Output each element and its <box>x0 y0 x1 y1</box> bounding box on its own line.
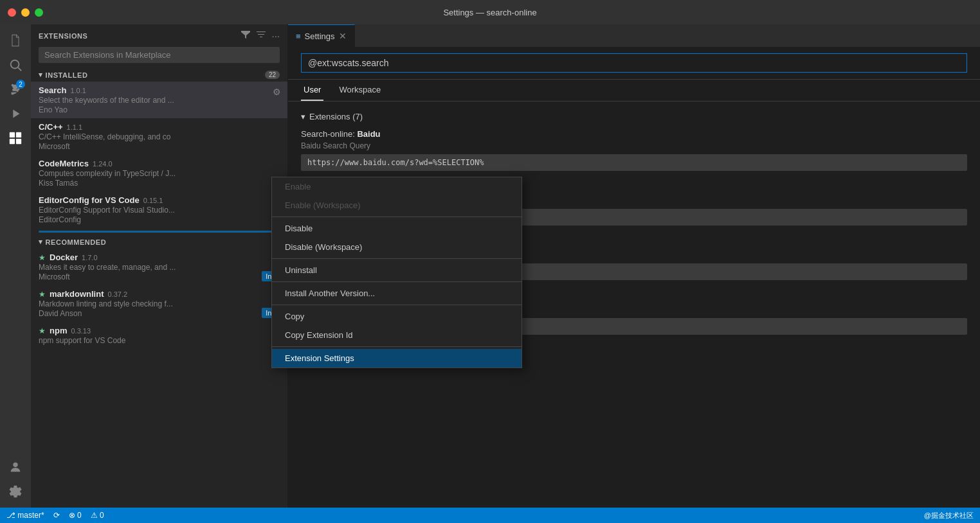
community-label: @掘金技术社区 <box>924 511 974 519</box>
menu-separator-2 <box>272 258 522 259</box>
context-menu: Enable Enable (Workspace) Disable Disabl… <box>271 177 522 368</box>
svg-rect-5 <box>10 139 15 144</box>
sidebar-item-source-control[interactable]: 2 <box>5 78 26 100</box>
sidebar-item-extensions[interactable] <box>5 127 26 149</box>
svg-point-7 <box>13 463 17 467</box>
extension-item-npm[interactable]: ★ npm 0.3.13 npm support for VS Code <box>31 322 287 349</box>
activity-bar: 2 <box>0 24 31 508</box>
star-icon: ★ <box>39 290 46 299</box>
settings-tabs: User Workspace <box>288 80 980 102</box>
recommended-section-header[interactable]: ▾ RECOMMENDED <box>31 235 287 249</box>
ext-name: ★ npm 0.3.13 <box>39 326 280 335</box>
svg-rect-4 <box>16 132 21 137</box>
extensions-search-box[interactable]: Search Extensions in Marketplace <box>39 47 280 63</box>
menu-item-disable-workspace[interactable]: Disable (Workspace) <box>272 238 522 256</box>
menu-item-copy-extension-id[interactable]: Copy Extension Id <box>272 326 522 344</box>
settings-search-bar <box>288 47 980 80</box>
installed-section-header[interactable]: ▾ INSTALLED 22 <box>31 68 287 82</box>
extension-item-search[interactable]: Search 1.0.1 Select the keywords of the … <box>31 82 287 118</box>
extension-item-cpp[interactable]: C/C++ 1.1.1 C/C++ IntelliSense, debuggin… <box>31 118 287 155</box>
gear-icon[interactable]: ⚙ <box>273 87 281 97</box>
extensions-sidebar: EXTENSIONS ··· Search Extensions in Mark… <box>31 24 288 508</box>
status-bar: ⎇ master* ⟳ ⊗ 0 ⚠ 0 @掘金技术社区 <box>0 508 980 523</box>
menu-item-uninstall[interactable]: Uninstall <box>272 261 522 279</box>
search-placeholder: Search Extensions in Marketplace <box>44 50 171 60</box>
sidebar-item-search[interactable] <box>5 54 26 76</box>
sidebar-title: EXTENSIONS <box>39 32 87 40</box>
settings-item-baidu: Search-online: Baidu Baidu Search Query … <box>301 129 967 171</box>
svg-marker-2 <box>13 110 19 118</box>
menu-item-enable-workspace[interactable]: Enable (Workspace) <box>272 196 522 215</box>
menu-item-install-version[interactable]: Install Another Version... <box>272 284 522 303</box>
ext-name: ★ markdownlint 0.37.2 <box>39 289 280 299</box>
minimize-button[interactable] <box>21 8 30 17</box>
extension-item-docker[interactable]: ★ Docker 1.7.0 Makes it easy to create, … <box>31 249 287 285</box>
tab-settings[interactable]: ≡ Settings ✕ <box>288 24 355 47</box>
tab-workspace[interactable]: Workspace <box>336 80 383 101</box>
installed-count-badge: 22 <box>265 71 280 79</box>
tab-close-button[interactable]: ✕ <box>339 31 347 41</box>
svg-line-1 <box>18 67 21 71</box>
sidebar-item-run[interactable] <box>5 103 26 125</box>
status-bar-left: ⎇ master* ⟳ ⊗ 0 ⚠ 0 <box>6 511 104 520</box>
installed-section-label: ▾ INSTALLED <box>39 71 87 79</box>
ext-name: ★ Docker 1.7.0 <box>39 253 280 262</box>
git-branch[interactable]: ⎇ master* <box>6 511 44 520</box>
sidebar-header: EXTENSIONS ··· <box>31 24 287 47</box>
source-control-badge: 2 <box>16 80 25 89</box>
settings-tab-icon: ≡ <box>296 31 301 41</box>
star-icon: ★ <box>39 326 46 335</box>
extension-item-codemetrics[interactable]: CodeMetrics 1.24.0 Computes complexity i… <box>31 155 287 191</box>
ext-name: CodeMetrics 1.24.0 <box>39 159 280 168</box>
sort-icon[interactable] <box>256 30 266 42</box>
settings-item-value: https://www.baidu.com/s?wd=%SELECTION% <box>301 154 967 171</box>
settings-item-title: Search-online: Baidu <box>301 129 967 139</box>
status-bar-right: @掘金技术社区 <box>924 511 974 520</box>
traffic-lights <box>8 8 43 17</box>
errors-indicator[interactable]: ⊗ 0 <box>69 511 82 520</box>
maximize-button[interactable] <box>35 8 43 17</box>
sidebar-item-account[interactable] <box>5 456 26 478</box>
ext-name: EditorConfig for VS Code 0.15.1 <box>39 195 280 205</box>
tab-user[interactable]: User <box>301 80 323 101</box>
close-button[interactable] <box>8 8 16 17</box>
settings-item-subtitle: Baidu Search Query <box>301 141 967 150</box>
titlebar: Settings — search-online <box>0 0 980 24</box>
recommended-label: ▾ RECOMMENDED <box>39 238 106 246</box>
settings-search-input[interactable] <box>301 53 967 73</box>
extension-item-editorconfig[interactable]: EditorConfig for VS Code 0.15.1 EditorCo… <box>31 191 287 228</box>
menu-item-copy[interactable]: Copy <box>272 307 522 326</box>
window-title: Settings — search-online <box>443 8 536 17</box>
settings-section-title: ▾ Extensions (7) <box>301 112 967 121</box>
sync-icon[interactable]: ⟳ <box>53 511 60 520</box>
menu-separator-3 <box>272 281 522 282</box>
menu-item-disable[interactable]: Disable <box>272 219 522 238</box>
menu-separator-1 <box>272 217 522 217</box>
warnings-indicator[interactable]: ⚠ 0 <box>91 511 104 520</box>
ext-name: Search 1.0.1 <box>39 85 280 95</box>
svg-point-0 <box>11 60 19 69</box>
chevron-icon: ▾ <box>301 112 305 121</box>
filter-icon[interactable] <box>240 30 251 42</box>
more-actions-icon[interactable]: ··· <box>271 30 280 41</box>
tabs-bar: ≡ Settings ✕ <box>288 24 980 47</box>
chevron-down-icon: ▾ <box>39 71 43 79</box>
svg-rect-6 <box>16 139 21 144</box>
svg-rect-3 <box>10 132 15 137</box>
menu-separator-4 <box>272 305 522 305</box>
sidebar-item-settings[interactable] <box>5 481 26 502</box>
star-icon: ★ <box>39 253 46 262</box>
tab-label: Settings <box>305 31 335 41</box>
chevron-down-icon: ▾ <box>39 238 43 246</box>
menu-separator-5 <box>272 346 522 347</box>
menu-item-extension-settings[interactable]: Extension Settings <box>272 349 522 368</box>
ext-name: C/C++ 1.1.1 <box>39 122 280 132</box>
menu-item-enable[interactable]: Enable <box>272 177 522 196</box>
sidebar-actions: ··· <box>240 30 280 42</box>
extension-item-markdownlint[interactable]: ★ markdownlint 0.37.2 Markdown linting a… <box>31 285 287 322</box>
sidebar-item-files[interactable] <box>5 30 26 51</box>
